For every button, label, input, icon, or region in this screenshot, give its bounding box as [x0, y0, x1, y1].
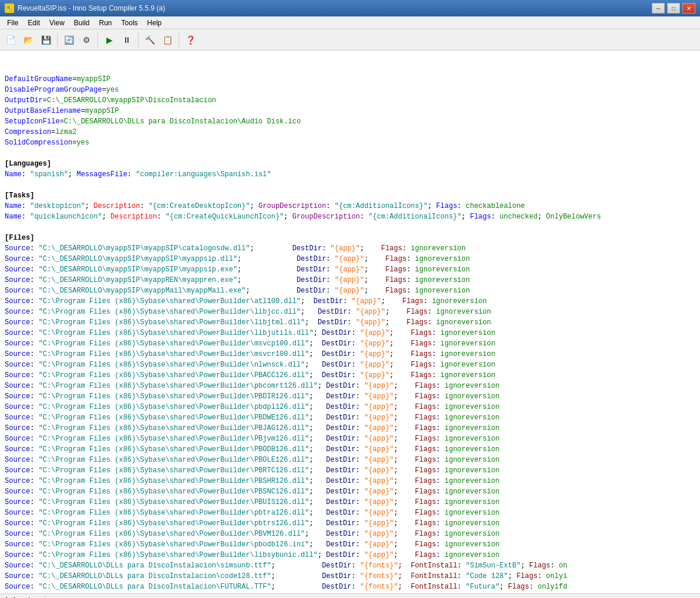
editor-container: DefaultGroupName=myappSIP DisableProgram…	[0, 51, 700, 593]
menu-build[interactable]: Build	[69, 18, 95, 28]
toolbar-btn9[interactable]: 📋	[159, 32, 176, 48]
status-bar: 1: 1 Insert	[0, 593, 700, 598]
toolbar-new[interactable]: 📄	[2, 32, 19, 48]
toolbar-save[interactable]: 💾	[38, 32, 54, 48]
toolbar-open[interactable]: 📂	[20, 32, 36, 48]
title-bar: 🔧 RevueltaSIP.iss - Inno Setup Compiler …	[0, 0, 700, 16]
toolbar: 📄 📂 💾 🔄 ⚙ ▶ ⏸ 🔨 📋 ❓	[0, 29, 700, 51]
menu-file[interactable]: File	[2, 18, 23, 28]
editor-content: DefaultGroupName=myappSIP DisableProgram…	[5, 74, 695, 593]
toolbar-separator-2	[97, 33, 98, 47]
menu-bar: File Edit View Build Run Tools Help	[0, 16, 700, 29]
app-icon: 🔧	[5, 4, 14, 13]
minimize-button[interactable]: ─	[652, 3, 665, 14]
code-editor[interactable]: DefaultGroupName=myappSIP DisableProgram…	[0, 51, 700, 593]
menu-tools[interactable]: Tools	[117, 18, 143, 28]
menu-run[interactable]: Run	[95, 18, 117, 28]
insert-mode: Insert	[28, 596, 46, 599]
title-controls: ─ □ ✕	[652, 3, 695, 14]
window-title: RevueltaSIP.iss - Inno Setup Compiler 5.…	[18, 4, 165, 12]
toolbar-separator-1	[57, 33, 58, 47]
toolbar-compile[interactable]: 🔨	[142, 32, 158, 48]
toolbar-help[interactable]: ❓	[182, 32, 198, 48]
toolbar-btn5[interactable]: ⚙	[78, 32, 95, 48]
close-button[interactable]: ✕	[682, 3, 695, 14]
menu-edit[interactable]: Edit	[23, 18, 45, 28]
toolbar-separator-3	[138, 33, 139, 47]
toolbar-btn4[interactable]: 🔄	[60, 32, 77, 48]
cursor-position: 1: 1	[5, 596, 16, 599]
maximize-button[interactable]: □	[667, 3, 680, 14]
toolbar-separator-4	[179, 33, 179, 47]
menu-help[interactable]: Help	[143, 18, 167, 28]
menu-view[interactable]: View	[45, 18, 69, 28]
toolbar-run[interactable]: ▶	[101, 32, 117, 48]
toolbar-pause[interactable]: ⏸	[119, 32, 135, 48]
